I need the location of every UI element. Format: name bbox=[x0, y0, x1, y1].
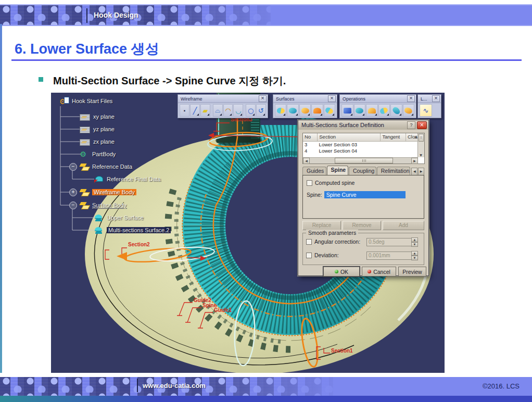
replace-button[interactable]: Replace bbox=[302, 221, 341, 230]
cancel-status-icon bbox=[368, 270, 371, 273]
dialog-titlebar[interactable]: Multi-Sections Surface Definition ? × bbox=[298, 120, 428, 130]
tree-item-multi-sections-surface[interactable]: Multi-sections Surface.2 bbox=[94, 225, 171, 235]
close-icon[interactable]: × bbox=[407, 95, 415, 102]
close-icon[interactable]: × bbox=[417, 121, 427, 129]
spine-input[interactable]: Spine Curve bbox=[324, 191, 406, 198]
toolbar-law-titlebar[interactable]: L... × bbox=[418, 95, 441, 103]
deviation-stepper[interactable]: ▲▼ bbox=[411, 251, 418, 259]
tree-item-reference-final-data[interactable]: Reference Final Data bbox=[94, 174, 161, 184]
table-vertical-scrollbar[interactable]: ≡ ▼ bbox=[417, 133, 424, 157]
sweep-tool-icon[interactable] bbox=[299, 104, 311, 117]
tab-spine[interactable]: Spine bbox=[327, 166, 348, 175]
bullet-marker bbox=[39, 77, 43, 82]
add-button[interactable]: Add bbox=[383, 221, 424, 230]
deviation-checkbox[interactable] bbox=[306, 253, 312, 258]
sections-table-header: No Section Tangent Closing Poin bbox=[303, 133, 424, 142]
close-icon[interactable]: × bbox=[328, 95, 336, 102]
boundary-tool-icon[interactable]: ◡ bbox=[233, 104, 243, 117]
tabs-scroll-left-icon[interactable]: ◀ bbox=[411, 168, 417, 175]
tree-item-surface-body[interactable]: Surface Body bbox=[80, 200, 126, 210]
left-edge-strip bbox=[0, 24, 2, 373]
cancel-button[interactable]: Cancel bbox=[362, 267, 396, 277]
toolbar-surfaces-titlebar[interactable]: Surfaces × bbox=[273, 95, 337, 103]
slide-page: Hook Design 6. Lower Surface 생성 Multi-Se… bbox=[0, 0, 532, 402]
table-row[interactable]: 4 Lower Section 04 bbox=[303, 148, 424, 154]
deviation-input[interactable]: 0.001mm bbox=[366, 252, 412, 260]
footer-copyright: ©2016. LCS bbox=[483, 382, 520, 390]
label-section1[interactable]: Section1 bbox=[331, 348, 353, 354]
footer-divider bbox=[137, 379, 138, 392]
tree-item-yz-plane[interactable]: yz plane bbox=[80, 124, 115, 134]
projection-tool-icon[interactable]: ⌓ bbox=[213, 104, 223, 117]
header-title: Hook Design bbox=[94, 11, 138, 19]
toolbar-operations-titlebar[interactable]: Operations × bbox=[340, 95, 416, 103]
remove-button[interactable]: Remove bbox=[343, 221, 381, 230]
tab-relimitation[interactable]: Relimitation bbox=[377, 167, 411, 175]
ok-button[interactable]: OK bbox=[323, 267, 360, 277]
multi-sections-surface-tool-icon[interactable] bbox=[324, 104, 335, 117]
scroll-right-icon[interactable]: ▶ bbox=[411, 158, 418, 164]
bottom-edge-strip bbox=[0, 396, 532, 402]
toolbar-operations: Operations × bbox=[339, 94, 416, 118]
close-icon[interactable]: × bbox=[259, 95, 267, 102]
symmetry-tool-icon[interactable] bbox=[390, 104, 402, 117]
partbody-icon: ⚙ bbox=[80, 150, 89, 158]
tree-item-wireframe-body[interactable]: Wireframe Body bbox=[80, 187, 136, 197]
tree-item-upper-surface[interactable]: Upper Surface bbox=[94, 212, 144, 223]
revolve-tool-icon[interactable] bbox=[287, 104, 298, 117]
footer-band: www.edu-catia.com ©2016. LCS bbox=[0, 377, 532, 396]
computed-spine-label: Computed spine bbox=[315, 180, 354, 186]
table-row[interactable]: 3 Lower Section 03 bbox=[303, 142, 424, 148]
angular-correction-checkbox[interactable] bbox=[306, 239, 312, 245]
expand-wireframe-body[interactable]: + bbox=[69, 189, 77, 196]
tabs-scroll-right-icon[interactable]: ▶ bbox=[418, 168, 424, 175]
join-tool-icon[interactable] bbox=[341, 104, 353, 117]
deviation-row: Deviation: bbox=[306, 252, 339, 258]
deviation-label: Deviation: bbox=[314, 252, 339, 258]
fillet-tool-icon[interactable] bbox=[366, 104, 378, 117]
law-tool-icon[interactable]: ∿ bbox=[420, 104, 432, 117]
tree-item-xy-plane[interactable]: xy plane bbox=[80, 111, 115, 122]
scroll-down-icon[interactable]: ▼ bbox=[418, 153, 424, 157]
preview-button[interactable]: Preview bbox=[398, 267, 426, 277]
line-tool-icon[interactable]: ╱ bbox=[190, 104, 200, 117]
extrapolate-tool-icon[interactable] bbox=[403, 104, 415, 117]
table-horizontal-scrollbar[interactable]: ◀ ▶ bbox=[303, 157, 418, 164]
tree-item-reference-data[interactable]: Reference Data bbox=[80, 161, 132, 172]
angular-correction-input[interactable]: 0.5deg bbox=[366, 238, 412, 246]
extrude-tool-icon[interactable] bbox=[275, 104, 286, 117]
tree-item-partbody[interactable]: ⚙ PartBody bbox=[80, 149, 116, 159]
surface-icon bbox=[94, 226, 104, 234]
computed-spine-checkbox[interactable] bbox=[307, 180, 312, 186]
angular-correction-label: Angular correction: bbox=[314, 238, 360, 245]
header-band: Hook Design bbox=[0, 4, 532, 26]
collapse-surface-body[interactable]: − bbox=[69, 202, 77, 209]
angular-correction-row: Angular correction: bbox=[306, 238, 360, 245]
geometrical-set-icon bbox=[80, 162, 89, 171]
angular-correction-stepper[interactable]: ▲▼ bbox=[411, 237, 418, 246]
tab-guides[interactable]: Guides bbox=[302, 167, 326, 175]
circle-tool-icon[interactable]: ○ bbox=[246, 104, 256, 117]
scrollbar-thumb[interactable]: ≡ bbox=[419, 134, 424, 142]
point-tool-icon[interactable]: · bbox=[180, 104, 189, 117]
geometrical-set-icon bbox=[80, 188, 89, 196]
translate-tool-icon[interactable] bbox=[378, 104, 390, 117]
plane-tool-icon[interactable]: ▰ bbox=[200, 104, 210, 117]
fill-tool-icon[interactable] bbox=[311, 104, 323, 117]
collapse-reference-data[interactable]: − bbox=[69, 163, 77, 171]
close-icon[interactable]: × bbox=[432, 95, 440, 102]
help-icon[interactable]: ? bbox=[407, 121, 415, 129]
scrollbar-thumb[interactable] bbox=[335, 158, 393, 164]
toolbar-wireframe-titlebar[interactable]: Wireframe × bbox=[178, 95, 268, 103]
ok-status-icon bbox=[335, 270, 338, 273]
intersection-tool-icon[interactable]: ◠ bbox=[223, 104, 233, 117]
label-guide1[interactable]: Guide1 bbox=[214, 307, 232, 313]
bullet-text: Multi-Section Surface -> Spine Curve 지정 … bbox=[53, 74, 286, 88]
scroll-left-icon[interactable]: ◀ bbox=[303, 158, 310, 164]
tab-coupling[interactable]: Coupling bbox=[349, 167, 376, 175]
split-tool-icon[interactable] bbox=[354, 104, 366, 117]
tree-item-root[interactable]: ⚙ Hook Start Files bbox=[59, 96, 112, 106]
spline-tool-icon[interactable]: ↺ bbox=[256, 104, 266, 117]
plane-icon bbox=[80, 114, 90, 121]
tree-item-zx-plane[interactable]: zx plane bbox=[80, 136, 115, 147]
